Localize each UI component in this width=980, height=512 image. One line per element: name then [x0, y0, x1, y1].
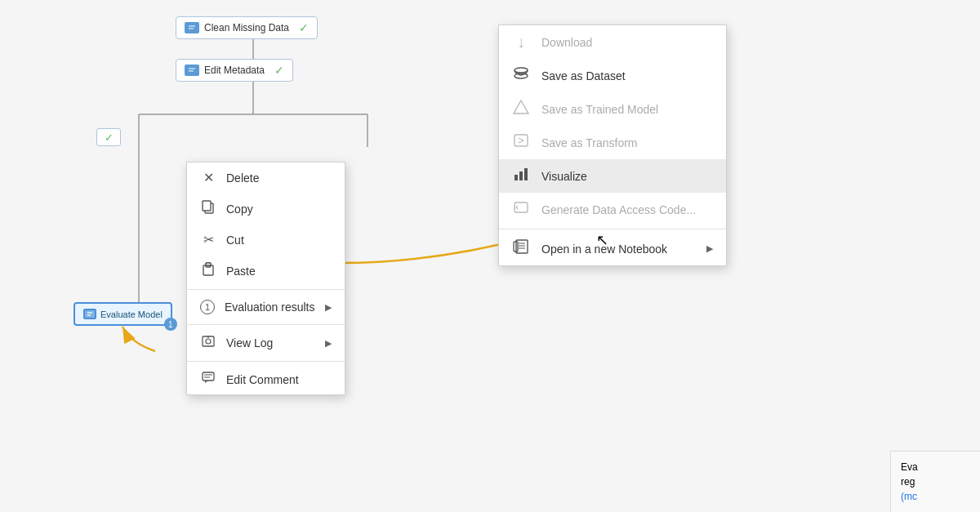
svg-rect-37: [519, 171, 523, 180]
generate-code-icon: [512, 200, 530, 219]
menu-item-save-trained-model-label: Save as Trained Model: [541, 103, 658, 116]
svg-rect-23: [206, 263, 211, 265]
cut-icon: ✂: [200, 232, 216, 247]
info-link[interactable]: (mc: [901, 491, 917, 502]
paste-icon: [200, 262, 216, 279]
notebook-icon: [512, 239, 530, 258]
menu-item-save-dataset-label: Save as Dataset: [541, 69, 626, 82]
svg-rect-7: [186, 24, 198, 32]
node-clean-missing-data[interactable]: Clean Missing Data ✓: [176, 16, 318, 39]
menu-item-save-dataset[interactable]: Save as Dataset: [499, 59, 726, 92]
svg-rect-38: [524, 168, 528, 180]
node-label: Edit Metadata: [204, 65, 265, 76]
connector-lines: [0, 0, 980, 512]
menu-item-edit-comment-label: Edit Comment: [226, 373, 299, 386]
svg-point-30: [514, 68, 528, 73]
info-text-1: Eva: [901, 461, 918, 473]
view-log-arrow-icon: ▶: [325, 338, 332, 349]
menu-item-paste-label: Paste: [226, 265, 256, 278]
context-menu-left[interactable]: ✕ Delete Copy ✂ Cut Paste 1 Evaluation r…: [186, 162, 345, 395]
menu-item-view-log-label: View Log: [226, 336, 273, 349]
submenu-arrow-icon: ▶: [325, 302, 332, 313]
evaluate-model-box[interactable]: Evaluate Model 1: [74, 302, 172, 326]
svg-marker-32: [514, 100, 528, 114]
info-panel: Eva reg (mc: [890, 451, 980, 512]
menu-divider-1: [187, 289, 345, 290]
svg-line-34: [519, 138, 523, 140]
menu-item-paste[interactable]: Paste: [187, 255, 345, 287]
menu-item-evaluation-results[interactable]: 1 Evaluation results ▶: [187, 292, 345, 322]
clean-missing-data-icon: [185, 22, 199, 33]
menu-item-copy-label: Copy: [226, 203, 253, 216]
visualize-icon: [512, 167, 530, 185]
canvas: Clean Missing Data ✓ Edit Metadata ✓ ✓ E…: [0, 0, 980, 512]
menu-item-save-transform-label: Save as Transform: [541, 136, 638, 149]
evaluate-model-node[interactable]: Evaluate Model 1: [74, 302, 172, 326]
menu-item-cut-label: Cut: [226, 234, 244, 247]
menu-item-visualize-label: Visualize: [541, 170, 587, 183]
evaluate-model-icon: [83, 309, 96, 319]
menu-item-visualize[interactable]: Visualize: [499, 159, 726, 193]
log-icon: [200, 335, 216, 351]
svg-line-41: [516, 207, 518, 209]
download-icon: ↓: [512, 33, 530, 51]
menu-item-edit-comment[interactable]: Edit Comment: [187, 364, 345, 394]
menu-item-copy[interactable]: Copy: [187, 193, 345, 225]
menu-item-evaluation-results-label: Evaluation results: [225, 301, 315, 314]
check-icon: ✓: [299, 21, 309, 34]
check-icon: ✓: [274, 64, 284, 77]
menu-divider-2: [187, 324, 345, 325]
menu-item-open-notebook-label: Open in a new Notebook: [541, 243, 667, 256]
menu-item-generate-code-label: Generate Data Access Code...: [541, 203, 696, 216]
svg-point-25: [206, 339, 211, 344]
save-transform-icon: [512, 133, 530, 152]
notebook-arrow-icon: ▶: [706, 243, 713, 254]
svg-rect-20: [203, 201, 211, 211]
menu-item-generate-code: Generate Data Access Code...: [499, 193, 726, 226]
svg-rect-33: [514, 135, 528, 146]
branch-check-icon: ✓: [105, 131, 114, 144]
menu-item-download: ↓ Download: [499, 25, 726, 59]
menu-item-save-trained-model: Save as Trained Model: [499, 92, 726, 126]
menu-item-save-transform: Save as Transform: [499, 126, 726, 159]
node-edit-metadata[interactable]: Edit Metadata ✓: [176, 59, 293, 82]
menu-item-delete[interactable]: ✕ Delete: [187, 163, 345, 193]
menu-item-view-log[interactable]: View Log ▶: [187, 327, 345, 358]
badge-1-icon: 1: [200, 300, 215, 314]
node-label: Clean Missing Data: [204, 22, 289, 33]
info-text-2: reg: [901, 476, 915, 488]
edit-metadata-icon: [185, 65, 199, 76]
svg-rect-27: [203, 372, 214, 381]
save-trained-model-icon: [512, 100, 530, 118]
svg-line-35: [519, 140, 523, 143]
evaluate-model-label: Evaluate Model: [100, 309, 163, 319]
menu-item-delete-label: Delete: [226, 171, 259, 185]
right-menu-divider: [499, 229, 726, 229]
menu-divider-3: [187, 361, 345, 362]
svg-line-40: [516, 206, 518, 207]
menu-item-cut[interactable]: ✂ Cut: [187, 225, 345, 255]
comment-icon: [200, 372, 216, 387]
svg-rect-10: [186, 66, 198, 74]
context-menu-right[interactable]: ↓ Download Save as Dataset Save as Train…: [498, 24, 727, 266]
svg-rect-14: [85, 310, 95, 318]
copy-icon: [200, 200, 216, 217]
menu-item-download-label: Download: [541, 36, 592, 49]
node-badge: 1: [164, 318, 177, 331]
menu-item-open-notebook[interactable]: Open in a new Notebook ▶: [499, 232, 726, 265]
save-dataset-icon: [512, 66, 530, 85]
delete-icon: ✕: [200, 170, 216, 185]
branch-check-node: ✓: [96, 128, 121, 146]
svg-rect-36: [514, 175, 518, 180]
svg-point-31: [514, 73, 528, 78]
